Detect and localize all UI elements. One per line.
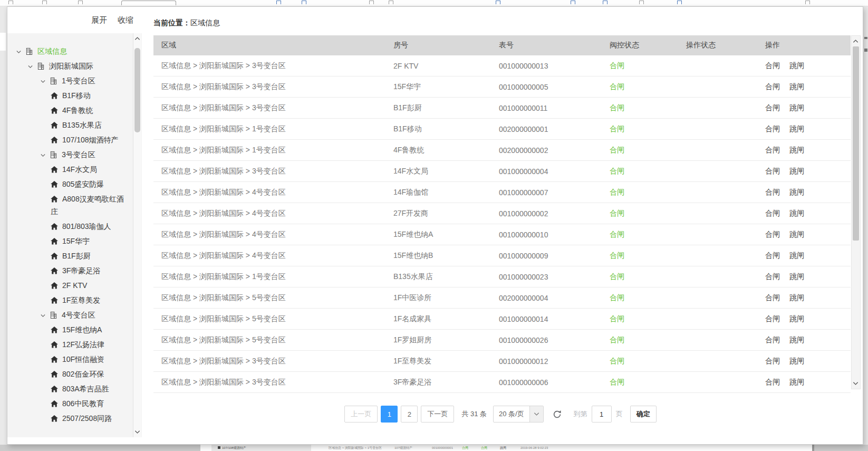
tree-node[interactable]: 区域信息	[7, 44, 142, 59]
action-close-valve[interactable]: 合闸	[765, 357, 780, 365]
tree-node[interactable]: 801/803瑜伽人	[7, 219, 142, 234]
tree-node[interactable]: 4号变台区	[7, 308, 142, 322]
sidebar-scrollbar-thumb[interactable]	[134, 48, 140, 132]
mini-sidebar-item: 107/108烟酒特产	[211, 445, 311, 451]
toolbar-icon-fragment	[639, 1, 644, 4]
mini-table-cell: 107烟酒特产	[394, 445, 412, 451]
action-trip-valve[interactable]: 跳闸	[789, 251, 804, 260]
sidebar-scrollbar[interactable]	[133, 33, 141, 437]
action-close-valve[interactable]: 合闸	[765, 272, 780, 281]
action-trip-valve[interactable]: 跳闸	[789, 378, 804, 386]
background-bottom-strip: 107/108烟酒特产 区域信息 > 浏阳新城国际 > 1号变台区107烟酒特产…	[0, 445, 868, 451]
tree-node[interactable]: 浏阳新城国际	[7, 59, 142, 73]
action-trip-valve[interactable]: 跳闸	[789, 209, 804, 217]
tree-node[interactable]: 803A希吉品胜	[7, 381, 142, 396]
tree-node[interactable]: B1F彭厨	[7, 248, 142, 263]
tree-node-label: 801/803瑜伽人	[62, 222, 111, 231]
action-trip-valve[interactable]: 跳闸	[789, 146, 804, 154]
cell-valve: 合闸	[602, 335, 678, 345]
action-close-valve[interactable]: 合闸	[765, 209, 780, 217]
tree-node[interactable]: 2507/2508同路	[7, 411, 142, 426]
table-scrollbar-thumb[interactable]	[853, 46, 859, 241]
chevron-down-icon[interactable]	[16, 49, 22, 55]
tree-node[interactable]: 15F维也纳A	[7, 322, 142, 337]
action-close-valve[interactable]: 合闸	[765, 378, 780, 386]
chevron-down-icon[interactable]	[27, 64, 33, 70]
home-icon	[51, 415, 58, 422]
chevron-down-icon[interactable]	[40, 152, 46, 158]
scroll-down-icon[interactable]	[134, 430, 140, 434]
cell-room: 3F帝豪足浴	[385, 378, 491, 387]
tree-node-label: 3号变台区	[62, 150, 95, 159]
action-trip-valve[interactable]: 跳闸	[789, 82, 804, 91]
action-trip-valve[interactable]: 跳闸	[789, 103, 804, 112]
action-trip-valve[interactable]: 跳闸	[789, 167, 804, 175]
tree-node[interactable]: 4F鲁教统	[7, 103, 142, 118]
scroll-down-icon[interactable]	[853, 381, 859, 386]
confirm-button[interactable]: 确定	[630, 406, 657, 423]
page-button-2[interactable]: 2	[401, 406, 418, 423]
tree-node[interactable]: 806中民教育	[7, 396, 142, 411]
table-scrollbar[interactable]	[851, 35, 861, 389]
action-close-valve[interactable]: 合闸	[765, 251, 780, 260]
tree-node[interactable]: 12F弘扬法律	[7, 337, 142, 352]
tree-node[interactable]: 10F恒信融资	[7, 352, 142, 367]
cell-valve: 合闸	[602, 378, 678, 387]
tree-node[interactable]: B135水果店	[7, 118, 142, 132]
tree-node[interactable]: B1F移动	[7, 88, 142, 103]
chevron-down-icon[interactable]	[40, 313, 46, 319]
tree-node[interactable]: 3F帝豪足浴	[7, 263, 142, 278]
action-close-valve[interactable]: 合闸	[765, 146, 780, 154]
next-page-button[interactable]: 下一页	[421, 406, 454, 423]
action-trip-valve[interactable]: 跳闸	[789, 293, 804, 302]
tree-node[interactable]: A808汉麦鸣歌红酒庄	[7, 191, 142, 219]
action-trip-valve[interactable]: 跳闸	[789, 61, 804, 70]
tree-node[interactable]: 1F至尊美发	[7, 293, 142, 308]
cell-valve: 合闸	[602, 357, 678, 366]
cell-meter: 001000000011	[491, 104, 602, 112]
table-row: 区域信息 > 浏阳新城国际 > 3号变台区15F华宇001000000005合闸…	[153, 76, 851, 98]
action-trip-valve[interactable]: 跳闸	[789, 188, 804, 196]
action-close-valve[interactable]: 合闸	[765, 124, 780, 133]
tree-node[interactable]: 107/108烟酒特产	[7, 132, 142, 147]
cell-meter: 001000000007	[491, 188, 602, 197]
tree-node[interactable]: 802佰金环保	[7, 367, 142, 381]
action-close-valve[interactable]: 合闸	[765, 188, 780, 196]
cell-meter: 002000000004	[491, 294, 602, 302]
column-header: 操作状态	[678, 41, 757, 50]
refresh-button[interactable]	[552, 409, 562, 419]
action-trip-valve[interactable]: 跳闸	[789, 124, 804, 133]
tree-node[interactable]: 14F水文局	[7, 162, 142, 177]
action-trip-valve[interactable]: 跳闸	[789, 335, 804, 344]
action-trip-valve[interactable]: 跳闸	[789, 272, 804, 281]
scroll-up-icon[interactable]	[853, 39, 859, 43]
tree-node[interactable]: 1号变台区	[7, 73, 142, 88]
table-row: 区域信息 > 浏阳新城国际 > 3号变台区3F帝豪足浴001000000006合…	[153, 372, 851, 393]
prev-page-button[interactable]: 上一页	[344, 406, 378, 423]
expand-all-button[interactable]: 展开	[91, 15, 107, 25]
action-close-valve[interactable]: 合闸	[765, 230, 780, 238]
action-close-valve[interactable]: 合闸	[765, 293, 780, 302]
chevron-down-icon[interactable]	[40, 79, 46, 84]
action-trip-valve[interactable]: 跳闸	[789, 357, 804, 365]
action-close-valve[interactable]: 合闸	[765, 82, 780, 91]
action-close-valve[interactable]: 合闸	[765, 335, 780, 344]
tree-node[interactable]: 805盛安防爆	[7, 177, 142, 191]
action-close-valve[interactable]: 合闸	[765, 314, 780, 323]
page-button-1[interactable]: 1	[381, 406, 398, 423]
page-size-select[interactable]: 20 条/页	[493, 406, 544, 423]
action-trip-valve[interactable]: 跳闸	[789, 230, 804, 238]
tree-node[interactable]: 15F华宇	[7, 234, 142, 248]
cell-meter: 002000000001	[491, 125, 602, 133]
table-row: 区域信息 > 浏阳新城国际 > 1号变台区4F鲁教统002000000002合闸…	[153, 140, 851, 161]
action-trip-valve[interactable]: 跳闸	[789, 314, 804, 323]
tree-node-label: 802佰金环保	[62, 370, 104, 378]
collapse-all-button[interactable]: 收缩	[118, 15, 133, 25]
action-close-valve[interactable]: 合闸	[765, 167, 780, 175]
action-close-valve[interactable]: 合闸	[765, 61, 780, 70]
tree-node[interactable]: 3号变台区	[7, 147, 142, 162]
goto-page-input[interactable]	[592, 406, 612, 423]
scroll-up-icon[interactable]	[134, 36, 140, 41]
action-close-valve[interactable]: 合闸	[765, 103, 780, 112]
tree-node[interactable]: 2F KTV	[7, 278, 142, 293]
